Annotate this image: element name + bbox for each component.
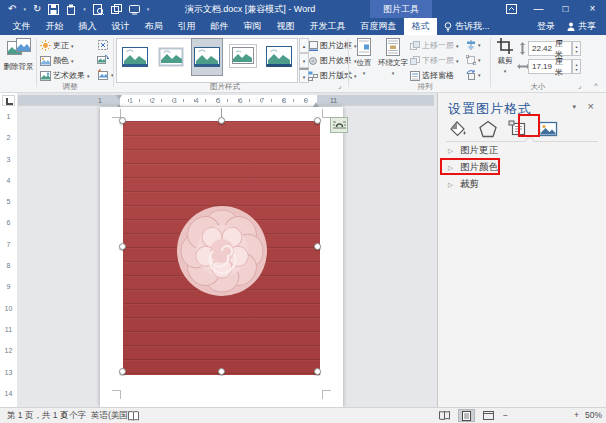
size-group-label: 大小 (508, 82, 568, 92)
tab-4[interactable]: 布局 (137, 18, 170, 35)
vertical-ruler[interactable]: 1234567891011121314 (2, 107, 15, 403)
tab-3[interactable]: 设计 (104, 18, 137, 35)
section-picture-corrections[interactable]: ▷ 图片更正 (448, 144, 498, 157)
resize-handle-top-right[interactable] (314, 117, 321, 124)
resize-handle-bottom-left[interactable] (119, 368, 126, 375)
pane-options-caret-icon[interactable]: ▾ (572, 103, 576, 111)
ribbon-display-options-button[interactable] (498, 0, 525, 18)
size-dialog-launcher[interactable]: ⌟ (578, 82, 581, 90)
section-crop[interactable]: ▷ 裁剪 (448, 178, 479, 191)
picture-category-button-selected[interactable] (536, 118, 560, 139)
resize-handle-middle-right[interactable] (314, 243, 321, 250)
resize-handle-top-left[interactable] (119, 117, 126, 124)
proofing-status-icon[interactable] (128, 411, 139, 421)
zoom-in-button[interactable]: + (574, 408, 579, 423)
wrap-text-button[interactable]: 环绕文字 ▾ (378, 38, 408, 76)
switch-windows-icon[interactable] (111, 4, 122, 15)
group-objects-button[interactable]: ▾ (466, 55, 481, 65)
pentagon-icon (478, 120, 498, 138)
tab-5[interactable]: 引用 (170, 18, 203, 35)
picture-styles-group-label: 图片样式 (180, 82, 270, 92)
resize-handle-middle-left[interactable] (119, 243, 126, 250)
picture-border-button[interactable]: 图片边框 ▾ (308, 40, 357, 51)
expand-icon: ▷ (448, 164, 453, 172)
selected-picture[interactable] (123, 121, 320, 375)
tab-selector[interactable] (2, 95, 15, 106)
layout-properties-category-button[interactable] (506, 118, 530, 139)
tab-1[interactable]: 开始 (38, 18, 71, 35)
page-indicator[interactable]: 第 1 页，共 1 页 (7, 408, 68, 423)
pane-close-icon[interactable]: × (588, 100, 594, 112)
picture-layout-button[interactable]: 图片版式 ▾ (308, 70, 357, 81)
picture-style-thumbnail-4[interactable] (228, 39, 258, 75)
position-button[interactable]: 位置 ▾ (351, 38, 377, 76)
picture-effects-button[interactable]: 图片效果 ▾ (308, 55, 357, 66)
print-layout-button[interactable] (458, 409, 475, 422)
sign-in-link[interactable]: 登录 (537, 20, 555, 33)
undo-dropdown-icon[interactable]: ▾ (23, 6, 26, 12)
compress-pictures-button[interactable] (97, 39, 109, 51)
redo-icon[interactable]: ↻ (33, 0, 41, 18)
tab-2[interactable]: 插入 (71, 18, 104, 35)
layout-options-button[interactable] (330, 117, 348, 133)
document-page[interactable] (100, 107, 343, 407)
picture-styles-dialog-launcher[interactable]: ⌟ (338, 82, 341, 90)
tab-10[interactable]: 百度网盘 (353, 18, 404, 35)
effects-category-button[interactable] (476, 118, 500, 139)
zoom-level[interactable]: 50% (585, 408, 602, 423)
tab-8[interactable]: 视图 (269, 18, 302, 35)
maximize-button[interactable]: □ (552, 0, 579, 18)
save-icon[interactable] (48, 4, 59, 15)
picture-style-thumbnail-3-selected[interactable] (192, 39, 222, 75)
stamp-icon[interactable] (66, 4, 76, 15)
color-button[interactable]: 颜色 ▾ (40, 55, 74, 66)
fill-line-category-button[interactable] (446, 118, 470, 139)
change-picture-button[interactable] (97, 54, 109, 66)
position-icon (356, 38, 372, 56)
stamp-dropdown-icon[interactable]: ▾ (83, 6, 86, 12)
crop-button[interactable]: 裁剪 ▾ (493, 38, 517, 74)
bring-forward-icon (410, 41, 420, 51)
picture-style-thumbnail-5[interactable] (264, 39, 294, 75)
language-indicator[interactable]: 英语(美国) (91, 408, 131, 423)
tab-9[interactable]: 开发工具 (302, 18, 353, 35)
shape-height-field[interactable]: 22.42 厘米 (528, 41, 572, 56)
share-button[interactable]: 共享 (567, 20, 596, 33)
align-button[interactable]: ▾ (466, 40, 481, 50)
resize-handle-top-center[interactable] (218, 117, 225, 124)
word-count[interactable]: 0 个字 (62, 408, 86, 423)
tell-me-box[interactable]: 告诉我... (437, 18, 497, 35)
picture-style-thumbnail-2[interactable] (156, 39, 186, 75)
bring-forward-button[interactable]: 上移一层 ▾ (410, 40, 459, 51)
web-layout-button[interactable] (480, 409, 497, 422)
collapse-ribbon-button[interactable]: ^ (594, 81, 598, 90)
picture-style-thumbnail-1[interactable] (120, 39, 150, 75)
touch-mode-icon[interactable] (129, 4, 140, 15)
artistic-effects-button[interactable]: 艺术效果 ▾ (40, 70, 90, 81)
read-mode-button[interactable] (436, 409, 453, 422)
resize-handle-bottom-center[interactable] (218, 368, 225, 375)
resize-handle-bottom-right[interactable] (314, 368, 321, 375)
selection-pane-button[interactable]: 选择窗格 (410, 70, 454, 81)
reset-picture-button[interactable]: ▾ (97, 69, 114, 81)
height-spinner[interactable]: ▴▾ (572, 41, 581, 56)
send-backward-button[interactable]: 下移一层 ▾ (410, 55, 459, 66)
shape-width-field[interactable]: 17.19 厘米 (528, 59, 572, 74)
color-label: 颜色 (53, 55, 69, 66)
minimize-button[interactable]: — (525, 0, 552, 18)
tab-0[interactable]: 文件 (5, 18, 38, 35)
horizontal-ruler[interactable]: 1 123456789 11 (18, 95, 434, 106)
print-preview-icon[interactable] (93, 4, 104, 15)
close-button[interactable]: × (579, 0, 606, 18)
corrections-button[interactable]: 更正 ▾ (40, 40, 74, 51)
tab-6[interactable]: 邮件 (203, 18, 236, 35)
tab-7[interactable]: 审阅 (236, 18, 269, 35)
zoom-out-button[interactable]: − (503, 408, 508, 423)
section-picture-color[interactable]: ▷ 图片颜色 (448, 161, 498, 174)
undo-icon[interactable]: ↶ (8, 0, 16, 18)
rotate-objects-button[interactable]: ▾ (466, 70, 481, 80)
remove-background-button[interactable]: 删除背景 (3, 38, 34, 72)
width-spinner[interactable]: ▴▾ (572, 59, 581, 74)
right-indent-marker[interactable] (313, 99, 319, 107)
tab-11[interactable]: 格式 (404, 18, 437, 35)
